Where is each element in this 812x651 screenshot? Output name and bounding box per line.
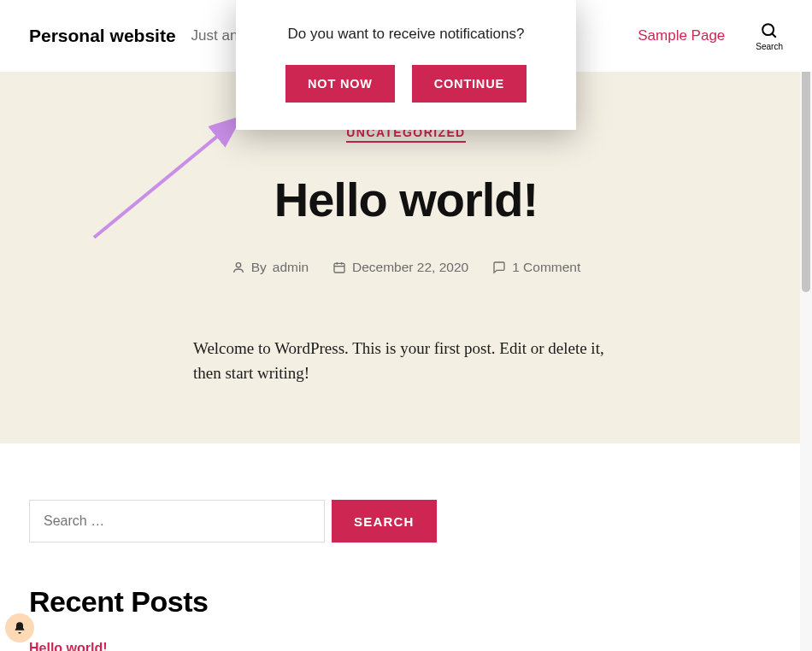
site-title[interactable]: Personal website — [29, 26, 176, 46]
search-form: SEARCH — [29, 500, 783, 542]
meta-author: By admin — [232, 260, 309, 275]
header-right: Sample Page Search — [638, 21, 783, 51]
comments-link[interactable]: 1 Comment — [512, 260, 580, 275]
comment-icon — [492, 261, 506, 274]
nav-link-sample-page[interactable]: Sample Page — [638, 27, 725, 44]
notification-buttons: NOT NOW CONTINUE — [268, 65, 544, 103]
svg-point-0 — [762, 24, 774, 35]
svg-rect-5 — [334, 263, 344, 273]
search-toggle[interactable]: Search — [756, 21, 783, 51]
by-label: By — [251, 260, 267, 275]
svg-point-4 — [236, 263, 240, 267]
bell-icon — [13, 621, 26, 635]
post-meta: By admin December 22, 2020 1 Comment — [0, 260, 812, 275]
notification-modal: Do you want to receive notifications? NO… — [236, 0, 576, 130]
search-input[interactable] — [29, 500, 325, 542]
search-icon — [760, 21, 779, 40]
post-excerpt: Welcome to WordPress. This is your first… — [193, 337, 619, 385]
notification-bell-badge[interactable] — [5, 613, 34, 642]
search-submit-button[interactable]: SEARCH — [332, 500, 437, 542]
post-date[interactable]: December 22, 2020 — [352, 260, 468, 275]
meta-comments: 1 Comment — [492, 260, 580, 275]
search-toggle-label: Search — [756, 42, 783, 51]
recent-posts-heading: Recent Posts — [29, 585, 783, 619]
recent-post-link[interactable]: Hello world! — [29, 641, 108, 651]
widget-area: SEARCH Recent Posts Hello world! — [0, 443, 812, 651]
calendar-icon — [332, 261, 346, 274]
not-now-button[interactable]: NOT NOW — [285, 65, 395, 103]
author-link[interactable]: admin — [273, 260, 309, 275]
post-title[interactable]: Hello world! — [0, 172, 812, 227]
user-icon — [232, 261, 245, 274]
continue-button[interactable]: CONTINUE — [412, 65, 527, 103]
meta-date: December 22, 2020 — [332, 260, 468, 275]
scrollbar-track[interactable] — [800, 0, 812, 651]
svg-line-1 — [772, 33, 776, 38]
notification-question: Do you want to receive notifications? — [268, 26, 544, 43]
